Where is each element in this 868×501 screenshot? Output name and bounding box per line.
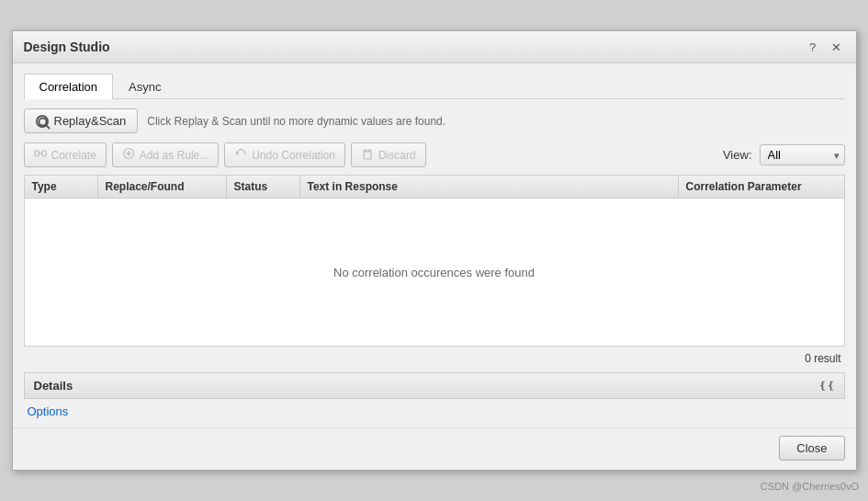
options-link[interactable]: Options xyxy=(24,403,73,420)
search-icon xyxy=(36,115,49,128)
svg-point-0 xyxy=(39,118,46,125)
action-buttons-row: Correlate Add as Rule... Undo Correlatio… xyxy=(24,142,845,167)
tab-async[interactable]: Async xyxy=(113,74,176,99)
discard-icon xyxy=(361,147,374,163)
add-as-rule-label: Add as Rule... xyxy=(140,149,209,162)
col-status: Status xyxy=(227,176,300,198)
title-bar: Design Studio ? ✕ xyxy=(13,31,856,63)
svg-rect-8 xyxy=(364,152,371,159)
view-label: View: xyxy=(723,148,752,162)
replay-scan-row: Replay&Scan Click Replay & Scan until no… xyxy=(24,108,845,133)
close-button[interactable]: Close xyxy=(779,436,844,461)
help-button[interactable]: ? xyxy=(805,39,821,55)
add-rule-icon xyxy=(122,147,135,163)
title-bar-right: ? ✕ xyxy=(805,39,845,55)
dialog-close-button[interactable]: ✕ xyxy=(829,39,845,55)
col-correlation-param: Correlation Parameter xyxy=(679,176,844,198)
discard-label: Discard xyxy=(378,149,416,162)
table-body: No correlation occurences were found xyxy=(25,199,844,346)
col-type: Type xyxy=(25,176,98,198)
tab-correlation[interactable]: Correlation xyxy=(24,74,114,99)
correlate-button[interactable]: Correlate xyxy=(24,142,107,167)
undo-correlation-label: Undo Correlation xyxy=(252,149,335,162)
col-replace-found: Replace/Found xyxy=(98,176,227,198)
svg-line-1 xyxy=(46,125,50,129)
footer: Close xyxy=(13,427,856,470)
replay-scan-hint: Click Replay & Scan until no more dynami… xyxy=(147,115,445,128)
title-bar-left: Design Studio xyxy=(24,40,110,54)
view-select-wrap: All Found Not Found xyxy=(760,144,845,165)
details-label: Details xyxy=(34,379,73,393)
empty-message: No correlation occurences were found xyxy=(333,266,535,279)
details-bar[interactable]: Details ❴❴ xyxy=(24,372,845,399)
table-header: Type Replace/Found Status Text in Respon… xyxy=(25,176,844,199)
design-studio-dialog: Design Studio ? ✕ Correlation Async Repl… xyxy=(12,30,857,471)
replay-scan-label: Replay&Scan xyxy=(54,114,127,128)
watermark: CSDN @Cherries0vO xyxy=(761,481,859,492)
undo-icon xyxy=(234,147,247,163)
result-count: 0 result xyxy=(24,350,845,367)
dialog-body: Correlation Async Replay&Scan Click Repl… xyxy=(13,63,856,427)
view-select[interactable]: All Found Not Found xyxy=(760,144,845,165)
correlate-icon xyxy=(34,147,47,163)
undo-correlation-button[interactable]: Undo Correlation xyxy=(224,142,345,167)
svg-rect-2 xyxy=(35,151,39,156)
col-text-response: Text in Response xyxy=(300,176,679,198)
view-control: View: All Found Not Found xyxy=(723,144,845,165)
discard-button[interactable]: Discard xyxy=(351,142,426,167)
add-as-rule-button[interactable]: Add as Rule... xyxy=(112,142,219,167)
correlation-table: Type Replace/Found Status Text in Respon… xyxy=(24,175,845,347)
correlate-label: Correlate xyxy=(51,149,96,162)
dialog-title: Design Studio xyxy=(24,40,110,54)
svg-rect-3 xyxy=(42,151,46,156)
details-expand-icon: ❴❴ xyxy=(818,380,835,392)
replay-scan-button[interactable]: Replay&Scan xyxy=(24,108,139,133)
tab-bar: Correlation Async xyxy=(24,73,845,99)
